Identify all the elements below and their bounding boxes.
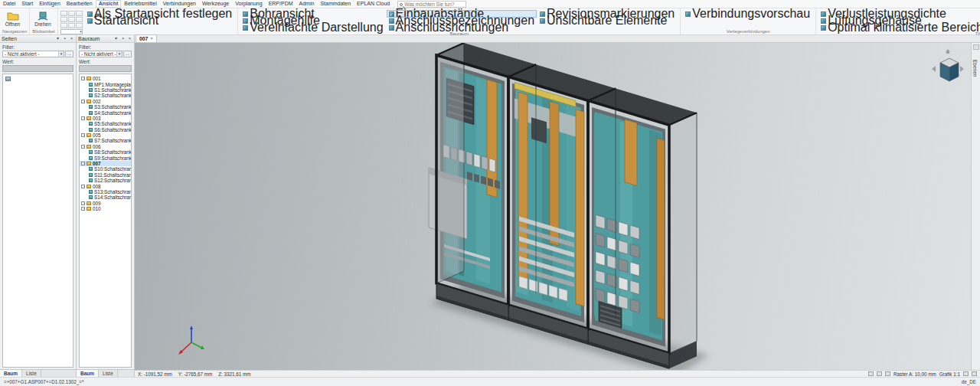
viewpoint-button[interactable]	[76, 23, 83, 28]
view-cube[interactable]	[929, 47, 966, 89]
tree-row[interactable]: 006	[80, 144, 131, 149]
tree-row[interactable]: 009	[80, 201, 131, 206]
toggle-icon	[389, 18, 394, 24]
filter-combobox[interactable]: - Nicht aktiviert - ▾	[2, 51, 64, 57]
snap-toggle-icon[interactable]	[877, 371, 882, 376]
expander-icon[interactable]	[81, 133, 85, 137]
expander-icon[interactable]	[81, 100, 85, 103]
tree-row[interactable]: S11:Schaltschrank	[80, 172, 131, 178]
tree-row[interactable]: 008	[80, 183, 131, 188]
tree-row[interactable]: S3:Schaltschrank	[80, 104, 131, 110]
panel-header[interactable]: Bauraum ▾ ▪ ×	[77, 35, 134, 43]
layers-side-tab[interactable]: Ebenen	[972, 60, 978, 77]
status-icon[interactable]	[963, 371, 969, 376]
filter-combobox[interactable]: - Nicht aktiviert - ▾	[79, 51, 122, 57]
tree-row[interactable]: S6:Schaltschrank	[80, 127, 131, 132]
close-icon[interactable]: ×	[150, 35, 153, 42]
tree-row[interactable]: S1:Schaltschrank	[80, 87, 131, 93]
node-icon	[87, 145, 91, 149]
viewpoint-button[interactable]	[68, 17, 75, 22]
node-icon	[89, 178, 93, 182]
ribbon-toggle[interactable]: Optimal klimatisierte Bereiche	[819, 25, 980, 31]
tree-row[interactable]: 003	[80, 116, 131, 121]
ribbon-toggle[interactable]: Anschlussrichtungen	[387, 25, 536, 31]
filter-browse-button[interactable]: ...	[65, 51, 74, 57]
chevron-down-icon[interactable]: ▾	[116, 51, 122, 57]
expander-icon[interactable]	[81, 162, 85, 165]
expander-icon[interactable]	[81, 207, 85, 211]
tree-row[interactable]: S14:Schaltschrank	[80, 195, 131, 200]
tree-row[interactable]: S10:Schaltschrank	[80, 166, 131, 172]
panel-view-tab[interactable]: Baum	[0, 370, 22, 377]
viewpoint-button[interactable]	[60, 11, 67, 16]
ribbon-toggle[interactable]: Startansicht	[86, 18, 234, 24]
coordinate-axes-icon	[175, 324, 208, 358]
viewpoint-button[interactable]	[60, 17, 67, 22]
viewpoint-combobox[interactable]	[60, 29, 83, 34]
value-field[interactable]	[79, 65, 132, 72]
viewpoint-button[interactable]	[76, 11, 83, 16]
tree-row[interactable]: S8:Schaltschrank	[80, 149, 131, 155]
tree-row[interactable]: S12:Schaltschrank	[80, 178, 131, 183]
tree-row[interactable]: S7:Schaltschrank	[80, 138, 131, 143]
layout-space-tree[interactable]: 001 MP1:Montageplatte S1:Schaltschrank S…	[79, 74, 132, 368]
ribbon-toggle[interactable]: Vereinfachte Darstellung	[241, 25, 384, 31]
toggle-icon	[243, 25, 248, 31]
tree-row[interactable]: 010	[80, 206, 131, 211]
close-icon[interactable]: ×	[127, 35, 132, 42]
node-icon	[87, 201, 91, 205]
ortho-toggle-icon[interactable]	[885, 371, 890, 376]
tree-row[interactable]: S13:Schaltschrank	[80, 189, 131, 195]
tree-row[interactable]: MP1:Montageplatte	[80, 81, 131, 87]
expander-icon[interactable]	[81, 185, 85, 188]
viewport-canvas[interactable]: Ebenen	[135, 43, 980, 370]
close-icon[interactable]: ×	[69, 35, 74, 42]
pages-tree[interactable]	[2, 74, 74, 368]
viewpoint-button[interactable]	[60, 23, 67, 28]
expander-icon[interactable]	[81, 145, 85, 149]
menu-tab[interactable]: Stammdaten	[317, 0, 354, 8]
chevron-down-icon[interactable]: ▾	[58, 51, 64, 57]
dock-icon[interactable]	[973, 44, 979, 50]
viewpoint-button[interactable]	[68, 23, 75, 28]
panel-view-tab[interactable]: Liste	[99, 370, 118, 377]
menu-tab[interactable]: EPLAN Cloud	[354, 0, 393, 8]
ribbon-toggle[interactable]: Verbindungsvorschau	[684, 11, 812, 17]
viewpoint-button[interactable]	[68, 11, 75, 16]
tree-row[interactable]: S2:Schaltschrank	[80, 93, 131, 98]
tree-row[interactable]: 002	[80, 99, 131, 104]
viewpoint-button[interactable]	[76, 17, 83, 22]
project-node-icon[interactable]	[5, 77, 11, 81]
menu-tab[interactable]: Datei	[0, 0, 18, 8]
panel-view-tab[interactable]: Liste	[22, 370, 41, 377]
chevron-down-icon[interactable]: ▾	[55, 35, 60, 42]
expander-icon[interactable]	[81, 201, 85, 205]
tree-row[interactable]: 005	[80, 132, 131, 138]
status-icon[interactable]	[972, 371, 977, 376]
menu-tab[interactable]: Start	[18, 0, 36, 8]
viewport-tab[interactable]: 007 ×	[136, 34, 157, 42]
expander-icon[interactable]	[81, 116, 85, 120]
tree-row[interactable]: S4:Schaltschrank	[80, 110, 131, 115]
pin-icon[interactable]: ▪	[120, 35, 126, 42]
pin-icon[interactable]: ▪	[62, 35, 67, 42]
menu-tab[interactable]: Bearbeiten	[64, 0, 96, 8]
value-field[interactable]	[2, 65, 74, 72]
panel-header[interactable]: Seiten ▾ ▪ ×	[0, 35, 76, 43]
cabinet-3d-model[interactable]	[135, 43, 980, 370]
tree-row[interactable]: 001	[80, 76, 131, 81]
tree-row[interactable]: 007	[80, 161, 131, 166]
open-navigator-button[interactable]: Öffnen	[2, 9, 23, 27]
help-search-input[interactable]	[404, 2, 464, 7]
filter-browse-button[interactable]: ...	[123, 51, 132, 57]
grid-toggle-icon[interactable]	[868, 371, 874, 376]
menu-tab[interactable]: Einfügen	[36, 0, 64, 8]
rotate-left-icon	[932, 66, 936, 72]
expander-icon[interactable]	[81, 77, 85, 80]
chevron-down-icon[interactable]: ▾	[113, 35, 119, 42]
rotate-view-button[interactable]: Drehen	[32, 9, 53, 27]
ribbon-toggle[interactable]: Unsichtbare Elemente	[538, 18, 676, 24]
panel-view-tab[interactable]: Baum	[77, 370, 99, 377]
tree-row[interactable]: S9:Schaltschrank	[80, 155, 131, 160]
tree-row[interactable]: S5:Schaltschrank	[80, 121, 131, 126]
